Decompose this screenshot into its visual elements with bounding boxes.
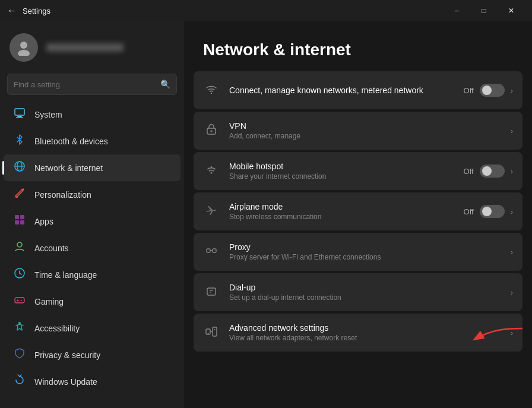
setting-right-vpn: › bbox=[511, 126, 513, 135]
sidebar-item-label: Apps bbox=[34, 217, 53, 226]
setting-right-dialup: › bbox=[511, 288, 513, 297]
setting-left-hotspot: Mobile hotspot Share your internet conne… bbox=[203, 162, 464, 181]
toggle-label-airplane: Off bbox=[464, 207, 474, 216]
setting-desc-advanced: View all network adapters, network reset bbox=[229, 334, 511, 342]
advanced-icon bbox=[203, 325, 220, 341]
svg-rect-10 bbox=[20, 215, 24, 219]
setting-right-advanced: › bbox=[511, 328, 513, 337]
sidebar-item-privacy[interactable]: Privacy & security bbox=[4, 341, 180, 368]
page-title: Network & internet bbox=[184, 21, 532, 71]
setting-item-advanced[interactable]: Advanced network settings View all netwo… bbox=[194, 314, 522, 352]
svg-point-13 bbox=[17, 242, 22, 247]
svg-rect-3 bbox=[17, 116, 22, 117]
setting-item-vpn[interactable]: VPN Add, connect, manage › bbox=[194, 112, 522, 150]
sidebar-item-bluetooth[interactable]: Bluetooth & devices bbox=[4, 128, 180, 154]
minimize-button[interactable]: – bbox=[443, 0, 470, 21]
chevron-icon-proxy: › bbox=[511, 248, 513, 257]
sidebar: 🔍 System Bluetooth & devices Network & i… bbox=[0, 21, 184, 408]
svg-point-18 bbox=[21, 300, 22, 301]
setting-left-wifi: Connect, manage known networks, metered … bbox=[203, 83, 464, 99]
avatar bbox=[10, 33, 38, 62]
setting-item-proxy[interactable]: Proxy Proxy server for Wi-Fi and Etherne… bbox=[194, 233, 522, 271]
setting-title-vpn: VPN bbox=[229, 121, 511, 131]
svg-point-1 bbox=[18, 50, 30, 56]
sidebar-item-gaming[interactable]: Gaming bbox=[4, 288, 180, 315]
toggle-label-hotspot: Off bbox=[464, 167, 474, 176]
setting-title-advanced: Advanced network settings bbox=[229, 323, 511, 333]
setting-item-hotspot[interactable]: Mobile hotspot Share your internet conne… bbox=[194, 152, 522, 190]
maximize-button[interactable]: □ bbox=[470, 0, 498, 21]
setting-title-airplane: Airplane mode bbox=[229, 202, 464, 211]
settings-window: ← Settings – □ ✕ 🔍 bbox=[0, 0, 532, 408]
sidebar-item-network[interactable]: Network & internet bbox=[4, 154, 180, 181]
setting-left-advanced: Advanced network settings View all netwo… bbox=[203, 323, 511, 342]
chevron-icon-hotspot: › bbox=[511, 167, 513, 176]
toggle-label-wifi: Off bbox=[464, 86, 474, 95]
sidebar-item-label: Bluetooth & devices bbox=[34, 137, 108, 146]
sidebar-item-apps[interactable]: Apps bbox=[4, 208, 180, 235]
search-box[interactable]: 🔍 bbox=[7, 74, 177, 95]
sidebar-item-system[interactable]: System bbox=[4, 101, 180, 128]
setting-right-wifi: Off › bbox=[464, 84, 513, 97]
close-button[interactable]: ✕ bbox=[498, 0, 525, 21]
titlebar: ← Settings – □ ✕ bbox=[0, 0, 532, 21]
svg-point-22 bbox=[210, 130, 213, 132]
proxy-icon bbox=[203, 244, 220, 260]
svg-rect-15 bbox=[15, 298, 24, 303]
accounts-icon bbox=[13, 241, 26, 255]
setting-left-airplane: Airplane mode Stop wireless communicatio… bbox=[203, 202, 464, 221]
sidebar-item-label: Privacy & security bbox=[34, 350, 100, 360]
apps-icon bbox=[13, 214, 26, 229]
chevron-icon-vpn: › bbox=[511, 126, 513, 135]
setting-right-proxy: › bbox=[511, 248, 513, 257]
content-area: 🔍 System Bluetooth & devices Network & i… bbox=[0, 21, 532, 408]
toggle-hotspot[interactable] bbox=[480, 165, 505, 178]
toggle-wifi[interactable] bbox=[480, 84, 505, 97]
setting-item-airplane[interactable]: Airplane mode Stop wireless communicatio… bbox=[194, 192, 522, 230]
setting-text-advanced: Advanced network settings View all netwo… bbox=[229, 323, 511, 342]
personalization-icon bbox=[13, 187, 26, 202]
accessibility-icon bbox=[13, 321, 26, 336]
sidebar-item-update[interactable]: Windows Update bbox=[4, 368, 180, 395]
hotspot-icon bbox=[203, 163, 220, 179]
setting-desc-hotspot: Share your internet connection bbox=[229, 172, 464, 181]
setting-text-airplane: Airplane mode Stop wireless communicatio… bbox=[229, 202, 464, 221]
dialup-icon bbox=[203, 284, 220, 301]
sidebar-item-accessibility[interactable]: Accessibility bbox=[4, 315, 180, 341]
chevron-icon-dialup: › bbox=[511, 288, 513, 297]
svg-rect-4 bbox=[16, 117, 23, 118]
setting-item-dialup[interactable]: Dial-up Set up a dial-up internet connec… bbox=[194, 273, 522, 311]
settings-list: Connect, manage known networks, metered … bbox=[184, 71, 532, 366]
bluetooth-icon bbox=[13, 134, 26, 148]
toggle-airplane[interactable] bbox=[480, 205, 505, 218]
setting-item-wifi[interactable]: Connect, manage known networks, metered … bbox=[194, 71, 522, 109]
setting-title-proxy: Proxy bbox=[229, 242, 511, 252]
system-icon bbox=[13, 107, 26, 122]
svg-rect-32 bbox=[213, 327, 217, 336]
sidebar-item-time[interactable]: Time & language bbox=[4, 261, 180, 288]
airplane-icon bbox=[203, 204, 220, 220]
sidebar-item-accounts[interactable]: Accounts bbox=[4, 235, 180, 261]
search-icon: 🔍 bbox=[160, 80, 170, 89]
sidebar-item-label: Windows Update bbox=[34, 377, 97, 387]
vpn-icon bbox=[203, 123, 220, 139]
search-input[interactable] bbox=[14, 80, 160, 89]
setting-right-airplane: Off › bbox=[464, 205, 513, 218]
sidebar-item-label: Personalization bbox=[34, 190, 91, 200]
svg-rect-2 bbox=[15, 109, 24, 115]
chevron-icon-wifi: › bbox=[511, 86, 513, 95]
setting-text-wifi: Connect, manage known networks, metered … bbox=[229, 86, 464, 95]
back-button[interactable]: ← bbox=[7, 5, 17, 16]
sidebar-item-label: Time & language bbox=[34, 270, 97, 280]
svg-rect-26 bbox=[213, 249, 216, 252]
user-section bbox=[0, 21, 184, 71]
setting-desc-dialup: Set up a dial-up internet connection bbox=[229, 293, 511, 302]
sidebar-item-personalization[interactable]: Personalization bbox=[4, 181, 180, 208]
nav-list: System Bluetooth & devices Network & int… bbox=[0, 101, 184, 395]
main-content: Network & internet Connect, manage known… bbox=[184, 21, 532, 408]
setting-left-vpn: VPN Add, connect, manage bbox=[203, 121, 511, 140]
setting-right-hotspot: Off › bbox=[464, 165, 513, 178]
gaming-icon bbox=[13, 294, 26, 309]
sidebar-item-label: Accounts bbox=[34, 243, 69, 253]
setting-desc-vpn: Add, connect, manage bbox=[229, 132, 511, 140]
